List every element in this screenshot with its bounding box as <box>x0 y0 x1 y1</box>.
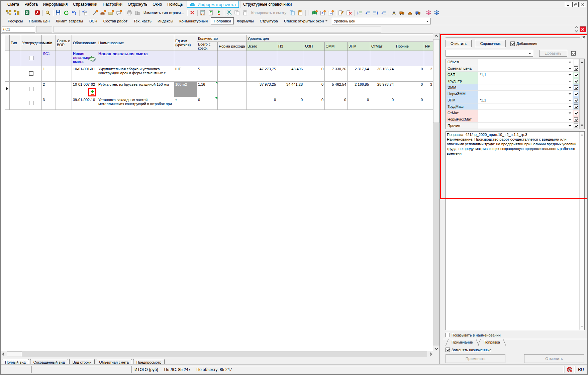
apply-button[interactable]: Применить <box>446 354 505 363</box>
param-checkbox[interactable] <box>574 124 578 128</box>
param-checkbox[interactable] <box>574 79 578 83</box>
col-group-price-level[interactable]: Уровень цен <box>247 35 433 42</box>
param-checkbox[interactable] <box>574 60 578 64</box>
outdent-icon[interactable] <box>372 9 380 16</box>
panel-button-Конъюнктурный[interactable]: Конъюнктурный <box>176 17 211 24</box>
clear-button[interactable]: Очистить <box>446 40 472 47</box>
doc-spinner[interactable] <box>575 26 578 32</box>
param-value-field[interactable] <box>478 103 567 109</box>
adding-checkbox[interactable] <box>510 42 515 46</box>
nr-cell[interactable] <box>424 51 433 66</box>
stmat-cell[interactable]: 0 <box>370 97 395 110</box>
menu-item-Помощь[interactable]: Помощь <box>165 1 185 8</box>
basis-cell[interactable]: 10-01-001-01 <box>72 66 97 82</box>
unit-cell[interactable] <box>174 51 197 66</box>
col-header-nr[interactable]: НР <box>424 42 433 51</box>
menu-item-Отдохнуть[interactable]: Отдохнуть <box>125 1 150 8</box>
col-header-name[interactable]: Наименование <box>97 35 174 51</box>
panel-button-Поправки[interactable]: Поправки <box>211 17 234 24</box>
panel-button-Состав работ[interactable]: Состав работ <box>100 17 130 24</box>
param-value-field[interactable]: *1,1 <box>478 72 567 78</box>
panel-button-Ресурсы[interactable]: Ресурсы <box>5 17 26 24</box>
menu-item-Настройки[interactable]: Настройки <box>100 1 125 8</box>
insert-remove-icon[interactable] <box>215 9 223 16</box>
type-cell[interactable] <box>10 66 21 82</box>
edit-note-icon[interactable] <box>337 9 345 16</box>
col-header-basis[interactable]: Обоснование <box>72 35 97 51</box>
vor-cell[interactable] <box>56 82 72 97</box>
qty-cell[interactable]: 0 <box>197 97 218 110</box>
approved-checkbox[interactable] <box>29 87 33 91</box>
stmat-cell[interactable]: 28 978,74 <box>370 82 395 97</box>
layers-pink-icon[interactable] <box>424 9 432 16</box>
price-level-combo[interactable]: Уровень цен <box>332 18 431 24</box>
param-checkbox[interactable] <box>574 104 578 109</box>
row-marker-cell[interactable] <box>5 51 10 66</box>
col-header-ozp[interactable]: ОЗП <box>304 42 325 51</box>
col-group-quantity[interactable]: Количество <box>197 35 247 42</box>
emm-cell[interactable] <box>325 51 348 66</box>
scrollbar-thumb[interactable] <box>7 351 22 357</box>
scroll-down-button[interactable] <box>433 346 439 351</box>
note-scrollbar[interactable] <box>579 132 584 330</box>
unit-cell[interactable]: т <box>174 97 197 110</box>
vor-cell[interactable] <box>56 66 72 82</box>
delete-note-icon[interactable] <box>345 9 353 16</box>
cancel-button[interactable]: Отменить <box>524 354 584 363</box>
total-cell[interactable]: 37 973,25 <box>247 82 277 97</box>
close-button[interactable] <box>580 2 586 7</box>
panel-button-Список открытых окон[interactable]: Список открытых окон <box>281 17 330 24</box>
show-in-name-checkbox[interactable] <box>446 333 450 337</box>
ozp-cell[interactable]: 0 <box>304 82 325 97</box>
resource-pr-icon[interactable]: ПР <box>327 9 335 16</box>
paste-colored-icon[interactable] <box>296 9 304 16</box>
save-icon[interactable] <box>54 9 62 16</box>
toolbar-gripper[interactable] <box>308 10 309 15</box>
col-header-approved[interactable]: Утверждено <box>21 35 42 51</box>
zpm-cell[interactable] <box>348 51 370 66</box>
total-cell[interactable]: 47 273,75 <box>247 66 277 82</box>
num-cell[interactable]: 1 <box>42 66 56 82</box>
panel-tab-Поправка[interactable]: Поправка <box>478 339 505 346</box>
col-header-pz[interactable]: ПЗ <box>277 42 304 51</box>
equipment-truck-icon[interactable] <box>414 9 422 16</box>
other-cell[interactable]: 0 <box>395 97 424 110</box>
emm-cell[interactable]: 0 <box>325 97 348 110</box>
stmat-cell[interactable]: 36 165,74 <box>370 66 395 82</box>
total-cell[interactable]: 0 <box>247 97 277 110</box>
unit-cell[interactable]: ШТ <box>174 66 197 82</box>
param-value-field[interactable] <box>478 78 567 84</box>
col-header-other[interactable]: Прочие <box>395 42 424 51</box>
col-header-total[interactable]: Всего <box>247 42 277 51</box>
estimate-code-input[interactable] <box>2 26 35 32</box>
copy-to-estimate-button[interactable]: Копировать в смету <box>249 9 288 16</box>
grid-horizontal-scrollbar[interactable] <box>1 351 433 357</box>
zpm-cell[interactable]: 0 <box>348 97 370 110</box>
object-building-icon[interactable] <box>133 9 141 16</box>
basis-cell[interactable]: 39-01-002-10 <box>72 97 97 110</box>
norm-cell[interactable] <box>218 97 247 110</box>
table-row[interactable]: 210-01-007-02Рубка стен: из брусьев толщ… <box>5 82 433 97</box>
name-cell[interactable]: Рубка стен: из брусьев толщиной 150 мм <box>97 82 174 97</box>
correction-note-area[interactable]: Поправка: 421/пр_2020_прил.10_т.2_п.1.1_… <box>446 131 585 330</box>
qty-cell[interactable] <box>197 51 218 66</box>
menu-item-Справочники[interactable]: Справочники <box>70 1 100 8</box>
param-dropdown[interactable] <box>567 65 573 71</box>
add-row-icon[interactable] <box>207 9 215 16</box>
param-checkbox[interactable] <box>574 73 578 77</box>
col-header-emm[interactable]: ЭММ <box>325 42 348 51</box>
param-dropdown[interactable] <box>567 116 573 122</box>
panel-button-Индексы[interactable]: Индексы <box>155 17 176 24</box>
param-checkbox[interactable] <box>574 117 578 122</box>
layers-blue-icon[interactable] <box>432 9 440 16</box>
param-dropdown[interactable] <box>567 91 573 97</box>
informer-button[interactable]: Информатор счета <box>187 1 238 8</box>
calculator-icon[interactable] <box>199 9 207 16</box>
num-cell[interactable]: 2 <box>42 82 56 97</box>
delete-icon[interactable] <box>188 9 196 16</box>
qty-cell[interactable]: 5 <box>197 66 218 82</box>
minimize-button[interactable] <box>565 2 571 7</box>
panel-close-icon[interactable] <box>582 35 586 39</box>
export-excel-icon[interactable] <box>23 9 31 16</box>
total-cell[interactable] <box>247 51 277 66</box>
